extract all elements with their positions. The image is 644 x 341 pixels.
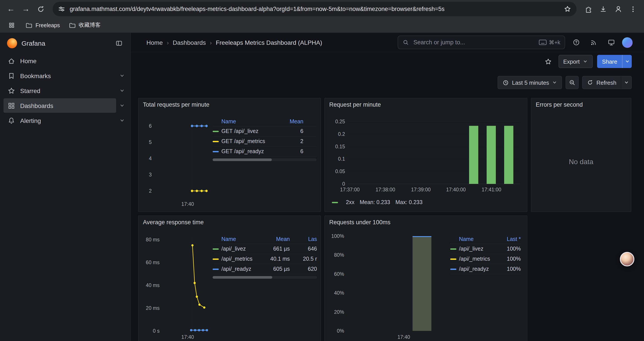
panel-average-response-time: Average response time 80 ms60 ms40 ms20 … xyxy=(138,215,321,341)
chevron-down-icon xyxy=(624,80,629,85)
svg-text:?: ? xyxy=(575,40,577,45)
news-button[interactable] xyxy=(587,36,600,49)
series-color-icon xyxy=(212,141,219,142)
svg-text:0%: 0% xyxy=(337,328,344,334)
series-value: 100% xyxy=(500,266,521,272)
series-value: 100% xyxy=(500,246,521,252)
profile-button[interactable] xyxy=(612,3,625,16)
search-icon xyxy=(402,39,409,46)
series-name[interactable]: /api/_metrics xyxy=(222,256,266,262)
sidebar-item-home-link[interactable]: Home xyxy=(4,54,128,68)
floating-avatar[interactable] xyxy=(620,252,634,266)
bookmark-item-freeleaps[interactable]: Freeleaps xyxy=(26,22,60,29)
favorite-star-button[interactable] xyxy=(542,58,554,65)
search-box[interactable]: ⌘+k xyxy=(398,36,565,49)
legend-table: NameMeanGET /api/_livez6GET /api/_metric… xyxy=(212,117,316,157)
svg-text:4: 4 xyxy=(149,156,152,161)
series-name[interactable]: 2xx xyxy=(346,199,354,205)
url-bar[interactable]: grafana.mathmast.com/d/deytv4rwavabkb/fr… xyxy=(52,2,576,16)
extensions-button[interactable] xyxy=(582,3,595,16)
panel-title[interactable]: Errors per second xyxy=(536,101,583,108)
folder-icon xyxy=(26,22,32,29)
time-range-picker[interactable]: Last 5 minutes xyxy=(498,76,562,89)
bar-chart[interactable]: 0.250.20.150.10.05017:37:0017:38:0017:39… xyxy=(328,116,522,208)
legend-column-header[interactable]: Mean xyxy=(282,118,303,124)
breadcrumb-home[interactable]: Home xyxy=(146,39,163,46)
timeseries-chart[interactable]: 80 ms60 ms40 ms20 ms0 s17:40 xyxy=(141,233,214,341)
dock-menu-button[interactable] xyxy=(113,37,125,49)
legend-scrollbar-thumb[interactable] xyxy=(212,158,272,161)
series-name[interactable]: /api/_metrics xyxy=(459,256,500,262)
export-button[interactable]: Export xyxy=(558,55,593,68)
zoom-out-button[interactable] xyxy=(566,76,579,89)
series-name[interactable]: /api/_readyz xyxy=(222,266,266,272)
svg-text:3: 3 xyxy=(149,172,152,178)
star-icon xyxy=(8,87,15,95)
sidebar-item-starred-link[interactable]: Starred xyxy=(4,83,116,98)
legend-column-header[interactable]: Name xyxy=(212,236,266,242)
panel-request-per-minute: Request per minute 0.250.20.150.10.05017… xyxy=(324,98,528,212)
chevron-down-icon[interactable] xyxy=(116,70,128,81)
reload-button[interactable] xyxy=(34,3,47,16)
share-dropdown-button[interactable] xyxy=(622,55,632,68)
legend-column-header[interactable]: Las xyxy=(290,236,317,242)
sidebar-item-label: Alerting xyxy=(20,117,41,124)
forward-button[interactable]: → xyxy=(19,3,32,16)
bar-chart[interactable]: 100%80%60%40%20%0%17:40 xyxy=(328,233,448,341)
url-text[interactable]: grafana.mathmast.com/d/deytv4rwavabkb/fr… xyxy=(70,6,560,12)
series-name[interactable]: /api/_readyz xyxy=(459,266,500,272)
legend-column-header[interactable]: Mean xyxy=(266,236,290,242)
timeseries-chart[interactable]: 6543217:40 xyxy=(141,116,214,210)
svg-text:17:39:00: 17:39:00 xyxy=(411,187,431,192)
chevron-down-icon[interactable] xyxy=(116,85,128,96)
apps-grid-button[interactable] xyxy=(6,20,17,31)
legend-scrollbar-thumb[interactable] xyxy=(212,276,272,279)
series-name[interactable]: GET /api/_livez xyxy=(222,128,282,134)
site-settings-icon[interactable] xyxy=(58,5,65,13)
series-value: 661 µs xyxy=(266,246,290,252)
series-name[interactable]: /api/_livez xyxy=(222,246,266,252)
panel-title[interactable]: Request per minute xyxy=(329,101,381,108)
help-icon: ? xyxy=(572,39,580,46)
sidebar-item-bookmarks: Bookmarks xyxy=(4,69,128,83)
refresh-interval-dropdown[interactable] xyxy=(621,76,631,89)
bookmark-star-icon[interactable] xyxy=(564,5,571,13)
panel-title[interactable]: Average response time xyxy=(143,219,204,226)
grafana-logo-icon[interactable] xyxy=(7,38,17,48)
refresh-button-group: Refresh xyxy=(582,76,632,89)
search-shortcut: ⌘+k xyxy=(539,39,560,46)
sidebar-item-home: Home xyxy=(4,54,128,68)
breadcrumb-dashboards[interactable]: Dashboards xyxy=(173,39,206,46)
back-button[interactable]: ← xyxy=(4,3,18,16)
svg-text:80 ms: 80 ms xyxy=(146,237,160,242)
legend-row: /api/_readyz605 µs620 xyxy=(212,264,317,274)
chevron-down-icon[interactable] xyxy=(116,115,128,126)
downloads-button[interactable] xyxy=(597,3,610,16)
series-name[interactable]: /api/_livez xyxy=(459,246,500,252)
chevron-down-icon[interactable] xyxy=(116,100,128,111)
panel-title[interactable]: Total requests per minute xyxy=(143,101,209,108)
series-name[interactable]: GET /api/_metrics xyxy=(222,138,282,144)
chevron-down-icon xyxy=(552,80,558,85)
user-avatar[interactable] xyxy=(622,37,632,48)
browser-menu-button[interactable] xyxy=(626,3,640,16)
sidebar-item-dashboards-link[interactable]: Dashboards xyxy=(4,98,116,113)
svg-text:5: 5 xyxy=(149,139,152,145)
svg-text:20%: 20% xyxy=(334,309,344,315)
series-name[interactable]: GET /api/_readyz xyxy=(222,148,282,154)
refresh-button[interactable]: Refresh xyxy=(583,76,621,89)
series-color-icon xyxy=(332,202,338,203)
share-main-button[interactable]: Share xyxy=(597,55,622,68)
legend-column-header[interactable]: Name xyxy=(450,236,500,242)
sidebar-item-alerting-link[interactable]: Alerting xyxy=(4,113,116,128)
series-value: 100% xyxy=(500,256,521,262)
legend-column-header[interactable]: Last * xyxy=(500,236,521,242)
panel-title[interactable]: Requests under 100ms xyxy=(329,219,390,226)
bookmark-item-blog[interactable]: 收藏博客 xyxy=(68,22,100,29)
search-input[interactable] xyxy=(412,39,535,46)
legend-column-header[interactable]: Name xyxy=(212,118,282,124)
sidebar-item-bookmarks-link[interactable]: Bookmarks xyxy=(4,69,116,83)
display-button[interactable] xyxy=(604,36,618,49)
help-button[interactable]: ? xyxy=(570,36,582,49)
svg-text:20 ms: 20 ms xyxy=(146,305,160,311)
